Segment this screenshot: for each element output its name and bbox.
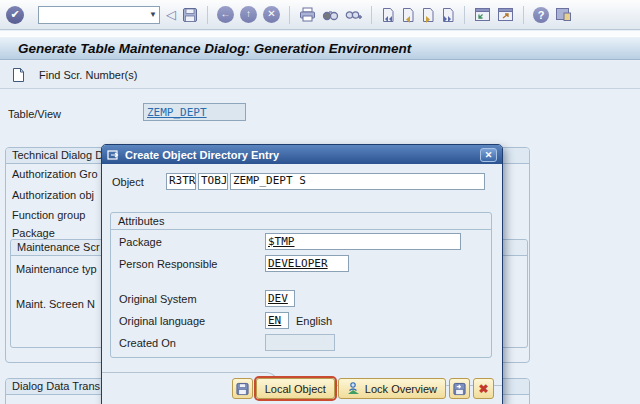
package-label: Package (119, 236, 162, 248)
cancel-icon[interactable]: ✕ (263, 6, 280, 23)
popup-window-icon (107, 149, 120, 161)
dialog-button-row: Local Object Lock Overview ✖ (232, 378, 494, 399)
dialog-close-icon[interactable]: ✕ (480, 148, 497, 162)
local-object-button[interactable]: Local Object (256, 378, 335, 399)
customize-layout-icon[interactable] (555, 7, 572, 22)
object-type2-field[interactable]: TOBJ (198, 173, 228, 190)
object-type1-field[interactable]: R3TR (166, 173, 196, 190)
toolbar-separator (371, 6, 372, 24)
new-session-icon[interactable] (474, 7, 491, 22)
package-label-bg: Package (12, 227, 55, 239)
dialog-title: Create Object Directory Entry (125, 149, 279, 161)
object-label: Object (112, 176, 144, 188)
previous-page-icon[interactable] (401, 7, 415, 23)
maint-screen-number-label: Maint. Screen N (16, 298, 95, 310)
cancel-x-icon: ✖ (478, 382, 488, 396)
button-bar-divider (102, 372, 252, 373)
command-input[interactable] (38, 6, 160, 24)
find-icon[interactable] (322, 7, 339, 22)
original-system-input[interactable] (265, 290, 295, 307)
table-view-label: Table/View (8, 108, 61, 120)
create-object-directory-entry-dialog: Create Object Directory Entry ✕ Object R… (101, 144, 503, 404)
toolbar-separator (289, 6, 290, 24)
find-screen-numbers-button[interactable]: Find Scr. Number(s) (39, 69, 137, 81)
save-arrow-icon (453, 382, 466, 396)
find-next-icon[interactable] (345, 7, 362, 22)
created-on-label: Created On (119, 337, 176, 349)
save-and-exit-button[interactable] (449, 378, 470, 399)
attributes-groupbox: Attributes Package Person Responsible Or… (110, 212, 492, 358)
enter-icon[interactable]: ✔ (6, 6, 24, 24)
command-field[interactable]: ▼ (38, 6, 160, 24)
table-view-input[interactable] (143, 103, 246, 121)
last-page-icon[interactable] (441, 7, 455, 23)
person-responsible-label: Person Responsible (119, 258, 217, 270)
save-button[interactable] (232, 378, 253, 399)
attributes-groupbox-header: Attributes (111, 213, 491, 230)
lock-overview-person-icon (347, 382, 361, 395)
create-shortcut-icon[interactable] (497, 7, 514, 22)
next-page-icon[interactable] (421, 7, 435, 23)
print-icon[interactable] (299, 7, 316, 22)
original-system-label: Original System (119, 293, 197, 305)
save-icon (236, 382, 249, 396)
application-toolbar: Find Scr. Number(s) (0, 61, 640, 89)
toolbar-separator (207, 6, 208, 24)
collapse-command-icon[interactable]: ◁ (166, 6, 176, 24)
original-language-label: Original language (119, 315, 205, 327)
sap-window: ✔ ▼ ◁ ← ↑ ✕ ? Generate Table Maintenance… (0, 0, 640, 404)
object-name-field[interactable]: ZEMP_DEPT S (230, 173, 485, 190)
package-input[interactable] (265, 233, 461, 250)
toolbar-separator (523, 6, 524, 24)
created-on-input[interactable] (265, 334, 335, 351)
function-group-label: Function group (12, 209, 85, 221)
help-icon[interactable]: ? (533, 7, 549, 23)
cancel-dialog-button[interactable]: ✖ (473, 378, 494, 399)
command-dropdown-icon[interactable]: ▼ (149, 10, 157, 19)
authorization-group-label: Authorization Gro (12, 168, 98, 180)
original-language-input[interactable] (265, 312, 289, 329)
person-responsible-input[interactable] (265, 255, 349, 272)
back-icon[interactable]: ← (217, 6, 234, 23)
authorization-object-label: Authorization obj (12, 189, 94, 201)
exit-icon[interactable]: ↑ (240, 6, 257, 23)
screen-title: Generate Table Maintenance Dialog: Gener… (0, 36, 640, 60)
toolbar-separator (464, 6, 465, 24)
lock-overview-button[interactable]: Lock Overview (338, 378, 446, 399)
dialog-titlebar[interactable]: Create Object Directory Entry ✕ (102, 145, 502, 164)
maintenance-type-label: Maintenance typ (16, 263, 97, 275)
save-icon[interactable] (182, 7, 198, 23)
lock-overview-label: Lock Overview (365, 383, 437, 395)
system-toolbar: ✔ ▼ ◁ ← ↑ ✕ ? (0, 0, 640, 30)
first-page-icon[interactable] (381, 7, 395, 23)
blank-page-icon[interactable] (12, 67, 25, 83)
original-language-text: English (296, 315, 332, 327)
